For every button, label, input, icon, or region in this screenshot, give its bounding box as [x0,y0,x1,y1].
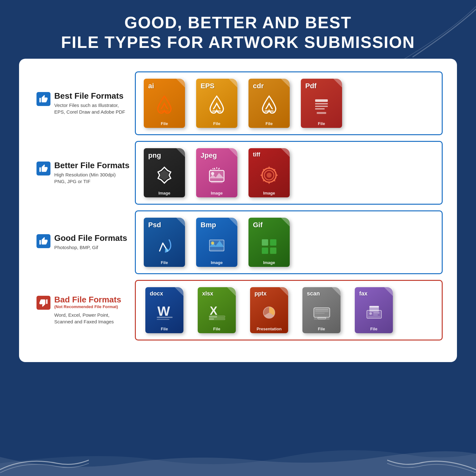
svg-line-22 [274,169,275,170]
better-label-text: Better File Formats High Resolution (Min… [54,161,129,185]
file-pptx: pptx Presentation [245,287,293,333]
svg-rect-6 [315,108,325,109]
section-best: Best File Formats Vector Files such as I… [33,71,443,135]
svg-rect-48 [369,306,379,307]
file-docx: docx W File [141,287,188,333]
thumbs-up-better [36,162,50,175]
docx-graphic: W [152,299,177,324]
good-files: Psd File Bmp [135,210,443,274]
svg-rect-27 [262,239,268,246]
better-title: Better File Formats [54,161,129,170]
svg-rect-41 [315,309,328,310]
jpeg-graphic [204,162,229,188]
svg-rect-53 [368,316,380,317]
bad-title: Bad File Formats [54,295,121,304]
best-title: Best File Formats [54,91,125,101]
file-xlsx: xlsx X File [193,287,241,333]
file-jpeg: Jpeg Image [193,148,241,197]
content-area: Best File Formats Vector Files such as I… [19,59,457,362]
file-psd: Psd File [141,218,188,267]
thumbs-down-bad [36,296,50,310]
svg-point-26 [211,241,214,245]
main-container: GOOD, BETTER AND BEST FILE TYPES FOR ART… [0,0,476,476]
good-desc: Photoshop, BMP, Gif [54,244,127,251]
good-label: Good File Formats Photoshop, BMP, Gif [33,229,135,255]
png-graphic [152,162,177,188]
file-gif: Gif Image [245,218,293,267]
section-good: Good File Formats Photoshop, BMP, Gif Ps… [33,210,443,274]
best-files: ai File EPS [135,71,443,135]
fax-graphic [361,299,387,324]
section-better: Better File Formats High Resolution (Min… [33,141,443,205]
svg-rect-33 [157,319,169,320]
file-cdr: cdr File [245,79,293,128]
svg-text:W: W [157,304,170,319]
good-label-text: Good File Formats Photoshop, BMP, Gif [54,234,127,251]
file-scan: scan File [298,287,345,333]
svg-rect-38 [209,318,214,320]
file-ai: ai File [141,79,188,128]
better-label: Better File Formats High Resolution (Min… [33,156,135,189]
svg-line-23 [263,180,264,181]
bad-files: docx W File xlsx [135,280,443,340]
tiff-graphic [256,162,282,187]
thumbs-up-best [36,92,50,106]
svg-rect-46 [326,318,330,320]
svg-point-50 [369,312,372,315]
pptx-graphic [256,299,282,324]
svg-line-21 [274,180,275,181]
file-eps: EPS File [193,79,241,128]
svg-rect-4 [315,103,328,104]
xlsx-graphic: X [204,299,229,324]
psd-graphic [152,232,177,257]
svg-rect-28 [270,239,276,246]
svg-rect-5 [315,106,328,107]
file-png: png Image [141,148,188,197]
best-label: Best File Formats Vector Files such as I… [33,87,135,120]
bmp-graphic [204,232,229,257]
file-fax: fax File [350,287,398,333]
svg-rect-52 [373,314,378,315]
good-title: Good File Formats [54,234,127,243]
svg-rect-32 [157,317,173,318]
svg-point-15 [267,173,272,178]
scan-graphic [309,299,334,324]
svg-rect-44 [318,317,326,319]
page-title: GOOD, BETTER AND BEST FILE TYPES FOR ART… [19,13,457,52]
svg-rect-29 [262,248,268,254]
ai-graphic [152,93,177,118]
section-bad: Bad File Formats (Not Recommended File F… [33,280,443,340]
file-pdf: Pdf File [298,79,345,128]
svg-rect-43 [315,313,325,314]
best-label-text: Best File Formats Vector Files such as I… [54,91,125,115]
bad-subtitle: (Not Recommended File Format) [54,304,121,309]
bad-label-text: Bad File Formats (Not Recommended File F… [54,295,121,325]
svg-rect-40 [314,308,330,317]
svg-rect-7 [317,112,326,114]
thumbs-up-good [36,234,50,248]
svg-rect-42 [315,311,328,312]
svg-marker-9 [160,170,169,181]
gif-graphic [256,232,282,257]
file-tiff: tiff [245,148,293,197]
bad-desc: Word, Excel, Power Point,Scanned and Fax… [54,312,121,325]
svg-rect-36 [209,316,217,318]
svg-line-20 [263,169,264,170]
eps-graphic [204,93,229,118]
best-desc: Vector Files such as Illustrator,EPS, Co… [54,102,125,115]
better-files: png Image Jpeg [135,141,443,205]
better-desc: High Resolution (Min 300dpi)PNG, JPG or … [54,171,129,185]
svg-rect-3 [315,99,328,102]
cdr-graphic [256,93,282,118]
svg-rect-12 [211,182,223,183]
pdf-graphic [309,93,334,118]
file-bmp: Bmp Image [193,218,241,267]
svg-rect-45 [314,318,318,320]
svg-rect-30 [270,248,276,254]
header: GOOD, BETTER AND BEST FILE TYPES FOR ART… [0,0,476,59]
svg-rect-51 [373,312,380,314]
svg-point-24 [165,248,168,252]
svg-text:X: X [210,304,217,317]
bad-label: Bad File Formats (Not Recommended File F… [33,290,135,330]
